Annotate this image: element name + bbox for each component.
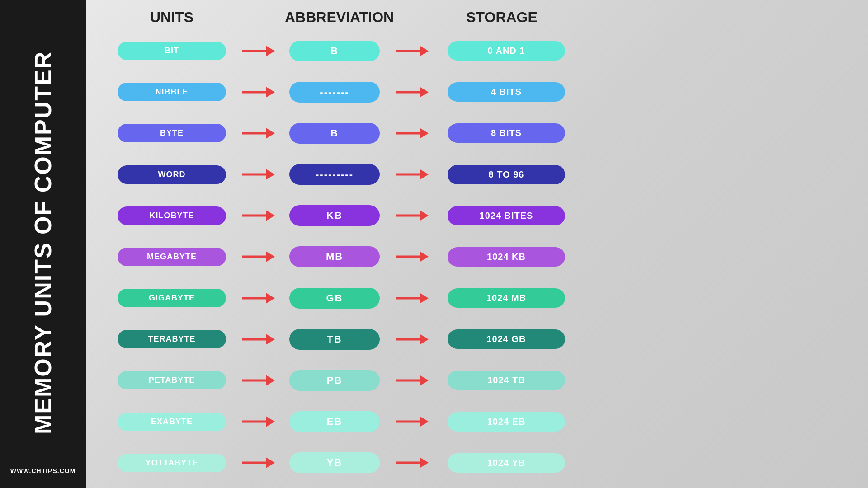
unit-cell-bit: BIT: [104, 42, 231, 60]
row-exabyte: EXABYTE EB 1024 EB: [104, 411, 850, 432]
arrow-icon-2-petabyte: [393, 371, 429, 389]
abbr-badge-exabyte: EB: [289, 411, 380, 432]
abbr-cell-bit: B: [285, 41, 384, 61]
arrow2-petabyte: [384, 371, 439, 389]
unit-cell-exabyte: EXABYTE: [104, 413, 231, 431]
svg-marker-17: [266, 210, 275, 221]
abbr-badge-kilobyte: KB: [289, 205, 380, 226]
sidebar-website: WWW.CHTIPS.COM: [10, 467, 76, 474]
arrow-icon-1-byte: [240, 124, 276, 142]
arrow-icon-1-terabyte: [240, 330, 276, 348]
storage-badge-terabyte: 1024 GB: [448, 329, 565, 349]
svg-marker-25: [266, 293, 275, 304]
storage-header: STORAGE: [439, 9, 565, 26]
arrow2-bit: [384, 42, 439, 60]
unit-badge-yottabyte: YOTTABYTE: [118, 454, 226, 472]
storage-cell-kilobyte: 1024 BITES: [439, 206, 565, 225]
abbr-badge-word: ---------: [289, 164, 380, 185]
row-word: WORD --------- 8 TO 96: [104, 164, 850, 185]
svg-marker-13: [266, 169, 275, 180]
abbr-badge-byte: B: [289, 123, 380, 144]
unit-cell-petabyte: PETABYTE: [104, 371, 231, 389]
abbr-cell-nibble: -------: [285, 82, 384, 103]
arrow-icon-1-gigabyte: [240, 289, 276, 307]
svg-marker-21: [266, 251, 275, 262]
arrow-icon-2-exabyte: [393, 413, 429, 431]
unit-cell-gigabyte: GIGABYTE: [104, 289, 231, 307]
abbr-cell-yottabyte: YB: [285, 452, 384, 473]
storage-cell-terabyte: 1024 GB: [439, 329, 565, 349]
storage-badge-exabyte: 1024 EB: [448, 412, 565, 432]
storage-cell-megabyte: 1024 KB: [439, 247, 565, 267]
storage-badge-bit: 0 AND 1: [448, 41, 565, 61]
abbr-cell-word: ---------: [285, 164, 384, 185]
abbr-badge-yottabyte: YB: [289, 452, 380, 473]
arrow-icon-2-word: [393, 165, 429, 183]
row-bit: BIT B 0 AND 1: [104, 41, 850, 61]
abbr-cell-kilobyte: KB: [285, 205, 384, 226]
arrow2-byte: [384, 124, 439, 142]
arrow-icon-1-megabyte: [240, 248, 276, 266]
storage-cell-petabyte: 1024 TB: [439, 371, 565, 390]
arrow1-nibble: [231, 83, 285, 101]
svg-marker-39: [420, 416, 429, 427]
arrow1-exabyte: [231, 413, 285, 431]
abbr-badge-terabyte: TB: [289, 329, 380, 350]
arrow-icon-2-byte: [393, 124, 429, 142]
arrow-icon-1-exabyte: [240, 413, 276, 431]
unit-badge-megabyte: MEGABYTE: [118, 248, 226, 266]
abbr-cell-terabyte: TB: [285, 329, 384, 350]
unit-badge-gigabyte: GIGABYTE: [118, 289, 226, 307]
unit-cell-terabyte: TERABYTE: [104, 330, 231, 348]
svg-marker-31: [420, 334, 429, 345]
row-terabyte: TERABYTE TB 1024 GB: [104, 329, 850, 350]
column-headers: UNITS ABBREVIATION STORAGE: [104, 9, 850, 26]
svg-marker-7: [420, 87, 429, 98]
main-content: UNITS ABBREVIATION STORAGE BIT B 0 AND 1: [86, 0, 868, 488]
arrow2-yottabyte: [384, 454, 439, 472]
unit-badge-word: WORD: [118, 165, 226, 184]
svg-marker-35: [420, 375, 429, 386]
abbr-badge-gigabyte: GB: [289, 288, 380, 309]
arrow1-yottabyte: [231, 454, 285, 472]
sidebar: MEMORY UNITS OF COMPUTER WWW.CHTIPS.COM: [0, 0, 86, 488]
abbr-badge-megabyte: MB: [289, 246, 380, 267]
arrow2-exabyte: [384, 413, 439, 431]
arrow2-terabyte: [384, 330, 439, 348]
arrow-icon-2-gigabyte: [393, 289, 429, 307]
arrow-icon-2-yottabyte: [393, 454, 429, 472]
arrow1-kilobyte: [231, 206, 285, 225]
abbr-cell-exabyte: EB: [285, 411, 384, 432]
svg-marker-33: [266, 375, 275, 386]
abbreviation-header: ABBREVIATION: [285, 9, 384, 26]
arrow-icon-1-petabyte: [240, 371, 276, 389]
rows-container: BIT B 0 AND 1 NIBBLE: [104, 30, 850, 483]
arrow1-petabyte: [231, 371, 285, 389]
arrow2-nibble: [384, 83, 439, 101]
abbr-badge-nibble: -------: [289, 82, 380, 103]
svg-marker-27: [420, 293, 429, 304]
svg-marker-15: [420, 169, 429, 180]
storage-cell-word: 8 TO 96: [439, 165, 565, 184]
arrow-icon-2-megabyte: [393, 248, 429, 266]
abbr-badge-petabyte: PB: [289, 370, 380, 391]
svg-marker-19: [420, 210, 429, 221]
storage-badge-nibble: 4 BITS: [448, 82, 565, 102]
storage-cell-byte: 8 BITS: [439, 123, 565, 143]
storage-badge-byte: 8 BITS: [448, 123, 565, 143]
abbr-cell-gigabyte: GB: [285, 288, 384, 309]
row-byte: BYTE B 8 BITS: [104, 123, 850, 144]
storage-badge-gigabyte: 1024 MB: [448, 288, 565, 308]
unit-cell-word: WORD: [104, 165, 231, 184]
svg-marker-43: [420, 457, 429, 468]
svg-marker-37: [266, 416, 275, 427]
storage-cell-bit: 0 AND 1: [439, 41, 565, 61]
sidebar-title: MEMORY UNITS OF COMPUTER: [31, 18, 55, 467]
arrow-icon-1-bit: [240, 42, 276, 60]
storage-cell-exabyte: 1024 EB: [439, 412, 565, 432]
arrow-icon-1-nibble: [240, 83, 276, 101]
row-kilobyte: KILOBYTE KB 1024 BITES: [104, 205, 850, 226]
unit-badge-bit: BIT: [118, 42, 226, 60]
storage-cell-nibble: 4 BITS: [439, 82, 565, 102]
abbr-cell-byte: B: [285, 123, 384, 144]
